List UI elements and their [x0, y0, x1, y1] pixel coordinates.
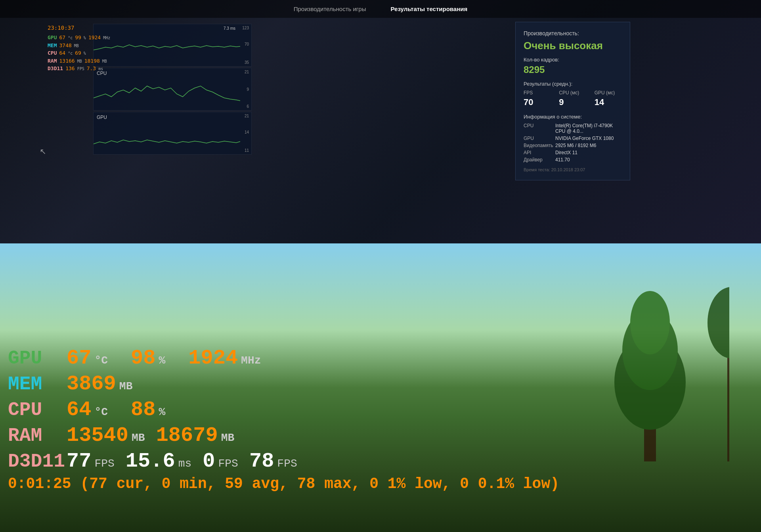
big-hud-cpu-temp: 64 [67, 398, 91, 421]
charts-area: 123 70 35 7.3 ms CPU 21 9 6 GPU 21 14 11 [93, 24, 252, 155]
sysinfo-cpu-val: Intel(R) Core(TM) i7-4790K CPU @ 4.0... [555, 123, 622, 134]
results-quality: Очень высокая [524, 40, 622, 52]
nav-tabs: Производительность игры Результаты тести… [0, 0, 761, 18]
big-hud-d3d-extra1: 0 [203, 450, 215, 473]
results-avg-label: Результаты (средн.): [524, 81, 622, 87]
tree-silhouette [571, 263, 729, 461]
big-hud-mem-val: 3869 [67, 372, 116, 396]
mouse-cursor-icon: ↖ [40, 147, 46, 156]
big-hud-d3d-extra1-unit: FPS [218, 457, 238, 470]
big-hud-gpu-row: GPU 67 °C 98 % 1924 MHz [8, 346, 559, 370]
hud-time: 23:10:37 [48, 24, 110, 32]
fps-chart-svg [94, 24, 240, 67]
big-hud-gpu-pct: 98 [131, 346, 155, 370]
hud-mem-val: 3748 [59, 42, 71, 50]
svg-point-5 [707, 287, 729, 358]
metric-cpu-header: CPU (мс) [559, 90, 586, 96]
hud-cpu-label: CPU [48, 49, 57, 57]
big-hud-ram-unit2: MB [221, 432, 235, 444]
big-hud-d3d-ms-unit: ms [178, 457, 192, 470]
cpu-bot-label: 6 [247, 104, 249, 109]
cpu-chart-svg [94, 68, 240, 111]
sysinfo-gpu-val: NVIDIA GeForce GTX 1080 [555, 136, 614, 141]
metric-gpu-val: 14 [595, 97, 622, 107]
hud-ram-val1: 13166 [59, 57, 75, 65]
big-hud-ram-val2: 18679 [156, 424, 218, 447]
sysinfo-vram-key: Видеопамять [524, 143, 555, 148]
metric-fps: FPS 70 [524, 90, 551, 107]
big-hud-mem-label: MEM [8, 373, 63, 395]
tab-game-performance[interactable]: Производительность игры [287, 2, 373, 15]
results-frames-label: Кол-во кадров: [524, 57, 622, 63]
sysinfo-api-val: DirectX 11 [555, 150, 577, 155]
big-hud-gpu-label: GPU [8, 348, 63, 369]
tab-test-results[interactable]: Результаты тестирования [384, 2, 474, 15]
hud-mem-row: MEM 3748MB [48, 42, 110, 50]
sysinfo-driver-row: Драйвер 411.70 [524, 157, 622, 163]
big-hud-mem-unit: MB [119, 380, 133, 392]
hud-d3d-row: D3D11 136FPS 7.3ms [48, 65, 110, 73]
sysinfo-gpu-key: GPU [524, 136, 555, 141]
gpu-chart-svg [94, 112, 240, 155]
big-hud-cpu-temp-unit: °C [94, 406, 108, 418]
big-hud-cpu-pct-unit: % [159, 406, 165, 418]
big-hud-ram-label: RAM [8, 425, 63, 446]
hud-d3d-label: D3D11 [48, 65, 63, 73]
metric-cpu-val: 9 [559, 97, 586, 107]
fps-mid-label: 70 [245, 42, 249, 46]
hud-mem-label: MEM [48, 42, 57, 50]
hud-gpu-row: GPU 67°c 99% 1924MHz [48, 34, 110, 42]
svg-rect-4 [727, 343, 729, 461]
results-timestamp: Время теста: 20.10.2018 23:07 [524, 167, 622, 172]
big-hud-d3d-extra2: 78 [249, 450, 274, 473]
big-hud-timer: 0:01:25 (77 cur, 0 min, 59 avg, 78 max, … [8, 475, 559, 492]
hud-ram-val2: 18198 [84, 57, 100, 65]
cpu-chart: CPU 21 9 6 [93, 68, 252, 111]
metric-fps-header: FPS [524, 90, 551, 96]
big-hud-d3d-row: D3D11 77 FPS 15.6 ms 0 FPS 78 FPS [8, 450, 559, 473]
big-hud-gpu-pct-unit: % [159, 354, 165, 367]
big-hud-gpu-temp: 67 [67, 346, 91, 370]
sysinfo-cpu-key: CPU [524, 123, 555, 134]
bottom-section: GPU 67 °C 98 % 1924 MHz MEM 3869 MB CPU … [0, 243, 761, 532]
hud-gpu-label: GPU [48, 34, 57, 42]
big-hud-d3d-fps-unit: FPS [94, 457, 114, 470]
fps-chart: 123 70 35 7.3 ms [93, 24, 252, 67]
top-section: Производительность игры Результаты тести… [0, 0, 761, 243]
big-hud-gpu-temp-unit: °C [94, 354, 108, 367]
sysinfo-cpu-row: CPU Intel(R) Core(TM) i7-4790K CPU @ 4.0… [524, 123, 622, 134]
hud-gpu-temp: 67 [59, 34, 65, 42]
sysinfo-vram-row: Видеопамять 2925 М6 / 8192 М6 [524, 143, 622, 148]
hud-d3d-fps: 136 [65, 65, 75, 73]
metric-fps-val: 70 [524, 97, 551, 107]
hud-overlay: 23:10:37 GPU 67°c 99% 1924MHz MEM 3748MB… [48, 24, 110, 73]
hud-cpu-temp: 64 [59, 49, 65, 57]
big-hud-d3d-label: D3D11 [8, 451, 63, 472]
big-hud-d3d-ms: 15.6 [126, 450, 175, 473]
hud-d3d-ms: 7.3 [87, 65, 96, 73]
big-hud-cpu-pct: 88 [131, 398, 155, 421]
big-hud-ram-val1: 13540 [67, 424, 128, 447]
metric-gpu-header: GPU (мс) [595, 90, 622, 96]
big-hud-gpu-mhz-unit: MHz [241, 354, 261, 367]
gpu-bot-label: 11 [245, 148, 249, 153]
big-hud-cpu-row: CPU 64 °C 88 % [8, 398, 559, 421]
hud-ram-row: RAM 13166MB 18198MB [48, 57, 110, 65]
hud-gpu-pct: 99 [75, 34, 81, 42]
big-hud-d3d-fps: 77 [67, 450, 91, 473]
results-perf-label: Производительность: [524, 30, 622, 36]
sysinfo-driver-key: Драйвер [524, 157, 555, 163]
sysinfo-gpu-row: GPU NVIDIA GeForce GTX 1080 [524, 136, 622, 141]
metric-cpu: CPU (мс) 9 [559, 90, 586, 107]
svg-point-3 [630, 291, 670, 354]
big-hud-mem-row: MEM 3869 MB [8, 372, 559, 396]
results-frames-val: 8295 [524, 64, 622, 75]
cpu-top-label: 21 [245, 70, 249, 74]
hud-ram-label: RAM [48, 57, 57, 65]
sysinfo-vram-val: 2925 М6 / 8192 М6 [555, 143, 596, 148]
gpu-chart: GPU 21 14 11 [93, 112, 252, 155]
big-hud-ram-unit1: MB [132, 432, 145, 444]
results-metrics: FPS 70 CPU (мс) 9 GPU (мс) 14 [524, 90, 622, 107]
big-hud-d3d-extra2-unit: FPS [277, 457, 297, 470]
cpu-mid-label: 9 [247, 87, 249, 92]
